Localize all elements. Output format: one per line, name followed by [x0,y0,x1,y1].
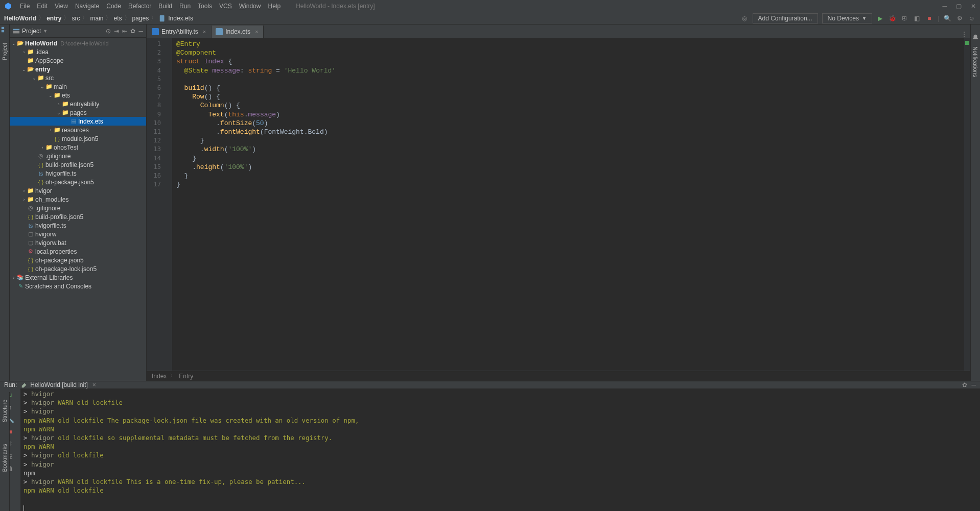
bookmarks-tab[interactable]: Bookmarks [2,444,8,472]
tree-entryability[interactable]: ›📁entryability [10,100,146,108]
menu-refactor[interactable]: Refactor [126,2,154,11]
collapse-icon[interactable]: ⇤ [122,28,127,35]
devices-dropdown[interactable]: No Devices ▼ [822,13,872,23]
maximize-button[interactable]: ▢ [956,3,962,10]
search-icon[interactable]: 🔍 [943,15,951,22]
tree-local-props[interactable]: ⚙local.properties [10,247,146,256]
tree-appscope[interactable]: 📁AppScope [10,56,146,65]
tab-close-icon[interactable]: × [203,29,206,35]
tree-scratches[interactable]: ✎Scratches and Consoles [10,282,146,290]
tree-hvigorw[interactable]: ▢hvigorw [10,230,146,238]
tree-root[interactable]: ⌄📂HelloWorldD:\code\HelloWorld [10,39,146,47]
tab-index-ets[interactable]: Index.ets× [212,26,264,38]
menu-run[interactable]: Run [177,2,193,11]
tree-build-profile[interactable]: { }build-profile.json5 [10,160,146,169]
gear-icon[interactable]: ✿ [130,28,135,35]
tree-ets[interactable]: ⌄📁ets [10,91,146,100]
project-tree[interactable]: ⌄📂HelloWorldD:\code\HelloWorld ›📁.idea 📁… [10,38,146,381]
menu-tools[interactable]: Tools [195,2,215,11]
crumb-main[interactable]: main [90,15,103,22]
nav-actions: ◎ Add Configuration... No Devices ▼ ▶ 🐞 … [740,13,976,23]
tree-oh-package2[interactable]: { }oh-package.json5 [10,256,146,264]
crumb-entry[interactable]: entry [46,15,61,22]
tree-pages[interactable]: ⌄📁pages [10,108,146,117]
code-editor[interactable]: @Entry @Component struct Index { @State … [172,38,964,371]
run-icon[interactable]: ▶ [876,15,884,22]
tree-entry[interactable]: ⌄📂entry [10,65,146,74]
chevron-down-icon[interactable]: ▼ [43,29,48,34]
run-config-tab[interactable]: HelloWorld [build init]× [21,381,96,388]
tree-external-libs[interactable]: ›📚External Libraries [10,273,146,282]
ok-marker-icon [965,41,969,45]
fold-column[interactable] [165,38,172,371]
crumb-pages[interactable]: pages [132,15,149,22]
menu-edit[interactable]: Edit [34,2,50,11]
tree-hvigorw-bat[interactable]: ▢hvigorw.bat [10,238,146,247]
crumb-project[interactable]: HelloWorld [4,15,36,22]
menu-window[interactable]: Window [237,2,264,11]
tree-oh-package-lock[interactable]: { }oh-package-lock.json5 [10,264,146,273]
svg-rect-1 [2,27,4,29]
run-panel: Run: HelloWorld [build init]× ✿ ─ ↻ ↑ 🔧 … [0,381,980,511]
minimize-button[interactable]: ─ [942,3,947,10]
coverage-icon[interactable]: ⛨ [901,15,909,22]
locate-icon[interactable]: ⊙ [106,28,111,35]
tree-idea[interactable]: ›📁.idea [10,47,146,56]
profile-icon[interactable]: ◧ [913,15,921,22]
menu-navigate[interactable]: Navigate [73,2,102,11]
run-output[interactable]: > hvigor> hvigor WARN old lockfile> hvig… [20,388,980,511]
project-tab[interactable]: Project [2,43,8,60]
run-tab-close-icon[interactable]: × [92,381,96,388]
tree-module-json[interactable]: { }module.json5 [10,134,146,143]
tree-build-profile2[interactable]: { }build-profile.json5 [10,212,146,221]
target-icon[interactable]: ◎ [740,15,749,22]
crumb-ets[interactable]: ets [113,15,122,22]
crumb-file[interactable]: Index.ets [168,15,193,22]
menu-vcs[interactable]: VCS [217,2,235,11]
tree-hvigor[interactable]: ›📁hvigor [10,186,146,195]
menu-view[interactable]: View [52,2,71,11]
tree-ohostest[interactable]: ›📁ohosTest [10,143,146,152]
tree-oh-package[interactable]: { }oh-package.json5 [10,178,146,186]
notifications-tab[interactable]: Notifications [972,46,978,77]
menu-help[interactable]: Help [265,2,283,11]
tree-resources[interactable]: ›📁resources [10,126,146,134]
menu-build[interactable]: Build [156,2,175,11]
add-configuration-button[interactable]: Add Configuration... [753,13,818,23]
crumb-index[interactable]: Index [152,373,167,380]
svg-rect-4 [13,31,19,33]
structure-tab[interactable]: Structure [2,400,8,423]
project-strip-icon[interactable] [1,26,8,33]
project-dropdown-icon[interactable] [13,28,20,35]
tab-close-icon[interactable]: × [255,29,258,35]
tree-gitignore[interactable]: ◎.gitignore [10,152,146,160]
tree-src[interactable]: ⌄📁src [10,74,146,82]
tree-main[interactable]: ⌄📁main [10,82,146,91]
tree-hvigorfile[interactable]: tshvigorfile.ts [10,169,146,178]
crumb-src[interactable]: src [72,15,80,22]
menu-file[interactable]: File [17,2,32,11]
hide-icon[interactable]: ─ [138,28,143,35]
svg-rect-6 [216,28,223,35]
run-label: Run: [4,381,17,388]
editor-breadcrumb: Index〉 Entry [147,371,970,381]
tree-oh-modules[interactable]: ›📁oh_modules [10,195,146,204]
menu-code[interactable]: Code [104,2,124,11]
tree-gitignore2[interactable]: ◎.gitignore [10,204,146,212]
expand-icon[interactable]: ⇥ [114,28,119,35]
gear-icon[interactable]: ✿ [962,381,967,388]
tree-index-ets[interactable]: ▤Index.ets [10,117,146,126]
stop-icon[interactable]: ■ [925,15,934,22]
close-button[interactable]: ✕ [971,3,976,10]
error-stripe[interactable] [964,38,970,371]
tab-entry-ability[interactable]: EntryAbility.ts× [148,26,212,38]
tree-hvigorfile2[interactable]: tshvigorfile.ts [10,221,146,230]
account-icon[interactable]: ☺ [968,15,976,22]
run-panel-header: Run: HelloWorld [build init]× ✿ ─ [0,381,980,388]
bell-icon[interactable] [972,34,979,41]
settings-icon[interactable]: ⚙ [955,15,964,22]
debug-icon[interactable]: 🐞 [889,15,897,22]
hide-panel-icon[interactable]: ─ [971,381,976,388]
crumb-entry[interactable]: Entry [179,373,193,380]
tabs-options-icon[interactable]: ⋮ [961,31,970,38]
